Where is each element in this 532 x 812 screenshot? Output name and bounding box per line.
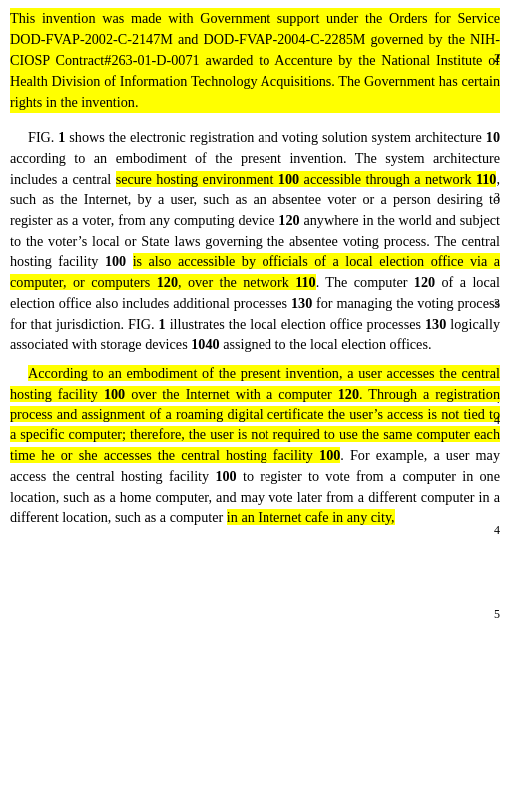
paragraph-1: This invention was made with Government …: [10, 8, 500, 113]
ref-120-d: 120: [338, 386, 359, 402]
ref-130-b: 130: [425, 316, 446, 332]
ref-100-a: 100: [278, 171, 299, 187]
highlighted-segment-3: According to an embodiment of the presen…: [10, 365, 500, 463]
fig-num-1: 1: [58, 129, 65, 145]
highlighted-segment-1: secure hosting environment 100 accessibl…: [116, 171, 497, 187]
line-number-4b: 4: [494, 412, 500, 429]
line-number-2: 2: [494, 50, 500, 67]
fig1-description: FIG. 1 shows the electronic registration…: [10, 127, 500, 355]
page-wrapper: This invention was made with Government …: [10, 8, 522, 528]
government-support-text: This invention was made with Government …: [10, 8, 500, 113]
line-number-5: 5: [494, 606, 500, 623]
line-number-3a: 3: [494, 189, 500, 206]
fig-num-1b: 1: [159, 316, 166, 332]
ref-120-c: 120: [414, 274, 435, 290]
ref-10: 10: [486, 129, 500, 145]
ref-100-b: 100: [105, 253, 126, 269]
ref-110-b: 110: [295, 274, 316, 290]
ref-130-a: 130: [291, 295, 312, 311]
paragraph-3: According to an embodiment of the presen…: [10, 363, 500, 528]
highlighted-segment-4: in an Internet cafe in any city,: [227, 509, 395, 525]
embodiment-description: According to an embodiment of the presen…: [10, 363, 500, 528]
ref-120-a: 120: [278, 212, 299, 228]
ref-110-a: 110: [476, 171, 497, 187]
ref-1040: 1040: [191, 336, 219, 352]
ref-100-d: 100: [319, 447, 340, 463]
paragraph-2: FIG. 1 shows the electronic registration…: [10, 127, 500, 355]
ref-100-e: 100: [215, 468, 236, 484]
ref-120-b: 120: [157, 274, 178, 290]
page-container: This invention was made with Government …: [0, 0, 532, 812]
to-text: to: [259, 52, 269, 68]
line-number-3b: 3: [494, 295, 500, 312]
line-number-4c: 4: [494, 522, 500, 539]
ref-100-c: 100: [104, 386, 125, 402]
